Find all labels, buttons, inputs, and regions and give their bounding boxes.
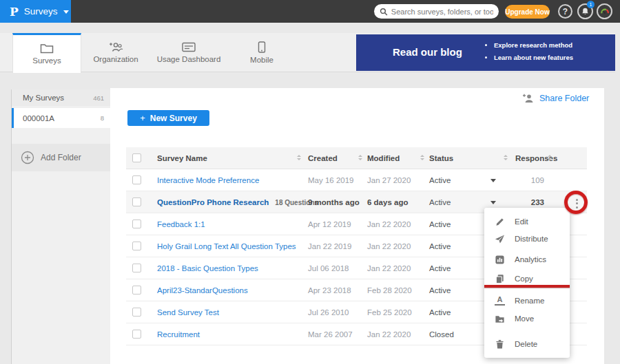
menu-item-move[interactable]: Move [484, 309, 570, 328]
row-checkbox[interactable] [132, 242, 141, 250]
global-search [374, 4, 499, 19]
menu-item-rename[interactable]: A Rename [484, 291, 570, 310]
row-checkbox[interactable] [132, 175, 141, 184]
add-folder-label: Add Folder [41, 153, 81, 162]
status-dropdown-caret[interactable] [490, 179, 496, 182]
menu-item-edit[interactable]: Edit [484, 212, 570, 231]
questionpro-logo-icon: P [10, 5, 19, 19]
row-actions-kebab-menu[interactable] [574, 197, 580, 210]
row-checkbox[interactable] [132, 308, 141, 317]
menu-item-label: Copy [515, 275, 533, 283]
folder-label: My Surveys [23, 94, 64, 102]
new-survey-button[interactable]: + New Survey [127, 110, 209, 126]
survey-name-cell: Feedback 1:1 [157, 220, 205, 228]
sort-icon[interactable] [548, 155, 552, 160]
survey-name-link[interactable]: Feedback 1:1 [157, 220, 205, 228]
sort-icon[interactable] [297, 155, 301, 160]
status-cell: Closed [429, 330, 454, 339]
survey-name-cell: Recruitment [157, 330, 200, 339]
modified-cell: Jan 22 2020 [367, 242, 411, 250]
person-add-icon [522, 94, 534, 103]
app-window: P Surveys Upgrade Now ? 1 [0, 0, 620, 364]
add-folder-button[interactable]: Add Folder [12, 144, 111, 171]
move-folder-icon [495, 314, 505, 324]
bell-icon [581, 7, 590, 16]
responses-cell: 109 [498, 176, 544, 184]
modified-cell: 6 days ago [367, 198, 408, 206]
blog-banner[interactable]: Read our blog Explore research method Le… [356, 34, 615, 71]
modified-cell: Jan 27 2020 [367, 176, 411, 184]
survey-name-link[interactable]: Send Survey Test [157, 308, 219, 317]
survey-name-link[interactable]: Recruitment [157, 330, 200, 339]
survey-name-cell: Interactive Mode Preferrence [157, 176, 259, 184]
column-created[interactable]: Created [308, 154, 338, 162]
tab-mobile[interactable]: Mobile [227, 33, 296, 72]
modified-cell: Jan 22 2020 [367, 330, 411, 339]
folder-icon [40, 43, 54, 54]
survey-name-link[interactable]: Interactive Mode Preferrence [157, 176, 259, 184]
sidebar-item-my-surveys[interactable]: My Surveys 461 [12, 89, 111, 106]
created-cell: Jul 06 2018 [308, 264, 349, 272]
search-input[interactable] [391, 8, 493, 16]
menu-item-distribute[interactable]: Distribute [484, 229, 570, 248]
tab-organization[interactable]: Organization [81, 33, 150, 72]
analytics-icon [495, 255, 505, 265]
sidebar-item-000001a[interactable]: 000001A 8 [12, 108, 111, 128]
pencil-icon [495, 217, 505, 227]
survey-name-cell: 2018 - Basic Question Types [157, 264, 258, 272]
status-dropdown-caret[interactable] [490, 201, 496, 204]
menu-item-label: Edit [515, 217, 528, 226]
survey-name-link[interactable]: QuestionPro Phone Research [157, 198, 269, 206]
help-button[interactable]: ? [558, 4, 572, 19]
survey-name-link[interactable]: April23-StandarQuestions [157, 286, 248, 295]
status-cell: Active [429, 176, 451, 184]
tab-usage-dashboard[interactable]: Usage Dashboard [150, 33, 227, 72]
survey-name-cell: QuestionPro Phone Research18 Questions [157, 198, 318, 206]
tab-label: Mobile [250, 56, 273, 64]
column-survey-name[interactable]: Survey Name [157, 154, 207, 162]
modified-cell: Jan 22 2020 [367, 264, 411, 272]
sort-icon[interactable] [358, 155, 362, 160]
status-cell: Active [429, 242, 451, 250]
column-modified[interactable]: Modified [367, 154, 400, 162]
share-folder-button[interactable]: Share Folder [522, 94, 589, 103]
created-cell: May 16 2019 [308, 176, 354, 184]
menu-item-delete[interactable]: Delete [484, 334, 570, 354]
upgrade-now-button[interactable]: Upgrade Now [505, 5, 550, 19]
select-all-checkbox[interactable] [132, 153, 141, 162]
column-status[interactable]: Status [429, 154, 453, 162]
sort-icon[interactable] [420, 155, 424, 160]
product-menu[interactable]: P Surveys [0, 0, 71, 23]
menu-item-label: Distribute [515, 235, 548, 243]
usage-meter-button[interactable] [597, 3, 612, 19]
people-icon [109, 42, 123, 52]
search-icon [380, 8, 388, 16]
folder-label: 000001A [23, 114, 54, 122]
row-checkbox[interactable] [132, 286, 141, 295]
product-menu-label: Surveys [24, 6, 58, 17]
new-survey-label: New Survey [150, 114, 197, 123]
row-checkbox[interactable] [132, 197, 141, 206]
dashboard-icon [182, 42, 196, 52]
menu-item-label: Delete [515, 340, 537, 348]
row-checkbox[interactable] [132, 330, 141, 339]
status-cell: Active [429, 308, 451, 317]
survey-name-link[interactable]: Holy Grail Long Text All Question Types [157, 242, 296, 250]
table-row: Interactive Mode Preferrence May 16 2019… [126, 169, 587, 191]
sort-icon[interactable] [504, 155, 508, 160]
tab-surveys[interactable]: Surveys [12, 33, 81, 73]
survey-name-link[interactable]: 2018 - Basic Question Types [157, 264, 258, 272]
row-checkbox[interactable] [132, 220, 141, 228]
menu-item-analytics[interactable]: Analytics [484, 250, 570, 269]
created-cell: Apr 12 2019 [308, 220, 351, 228]
chevron-down-icon [63, 10, 69, 14]
blog-banner-title: Read our blog [393, 46, 462, 58]
survey-name-cell: Holy Grail Long Text All Question Types [157, 242, 296, 250]
menu-item-label: Analytics [515, 255, 546, 264]
add-circle-icon [21, 151, 34, 164]
menu-item-label: Rename [515, 297, 544, 305]
table-header: Survey Name Created Modified Status Resp… [126, 147, 587, 169]
surveys-panel: Share Folder + New Survey Survey Name Cr… [110, 88, 604, 364]
trash-icon [495, 339, 505, 350]
row-checkbox[interactable] [132, 264, 141, 272]
